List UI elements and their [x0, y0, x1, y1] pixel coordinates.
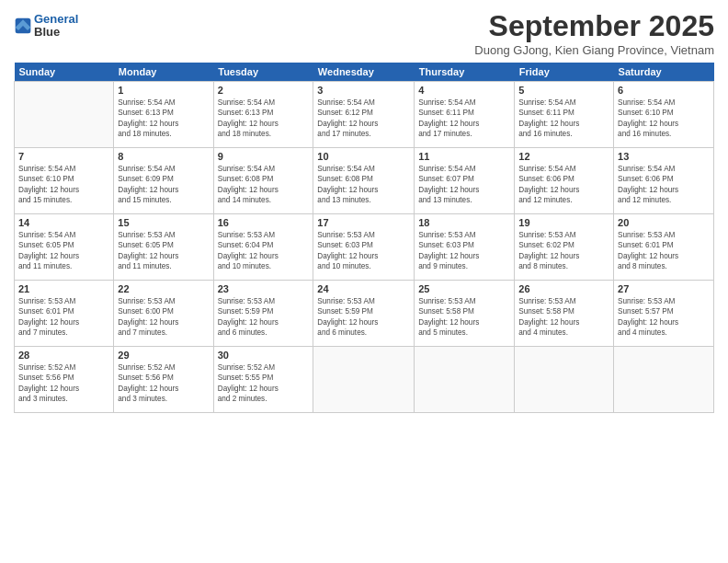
calendar-cell: 24Sunrise: 5:53 AM Sunset: 5:59 PM Dayli… [313, 281, 415, 347]
calendar-cell: 22Sunrise: 5:53 AM Sunset: 6:00 PM Dayli… [114, 281, 213, 347]
calendar-cell: 21Sunrise: 5:53 AM Sunset: 6:01 PM Dayli… [15, 281, 114, 347]
week-row: 7Sunrise: 5:54 AM Sunset: 6:10 PM Daylig… [15, 148, 714, 214]
day-number: 27 [618, 283, 710, 294]
day-number: 14 [18, 217, 109, 228]
calendar-cell: 20Sunrise: 5:53 AM Sunset: 6:01 PM Dayli… [614, 214, 714, 281]
calendar-cell: 7Sunrise: 5:54 AM Sunset: 6:10 PM Daylig… [15, 148, 114, 214]
week-row: 21Sunrise: 5:53 AM Sunset: 6:01 PM Dayli… [15, 281, 714, 347]
calendar-cell: 25Sunrise: 5:53 AM Sunset: 5:58 PM Dayli… [415, 281, 515, 347]
day-number: 18 [418, 217, 510, 228]
day-number: 1 [118, 85, 209, 96]
calendar-cell: 27Sunrise: 5:53 AM Sunset: 5:57 PM Dayli… [614, 281, 714, 347]
day-info: Sunrise: 5:53 AM Sunset: 5:59 PM Dayligh… [218, 296, 310, 339]
day-info: Sunrise: 5:54 AM Sunset: 6:11 PM Dayligh… [418, 98, 510, 140]
calendar-cell: 26Sunrise: 5:53 AM Sunset: 5:58 PM Dayli… [515, 281, 614, 347]
calendar-cell: 19Sunrise: 5:53 AM Sunset: 6:02 PM Dayli… [515, 214, 614, 281]
calendar-header: SundayMondayTuesdayWednesdayThursdayFrid… [15, 63, 714, 82]
calendar-cell: 17Sunrise: 5:53 AM Sunset: 6:03 PM Dayli… [313, 214, 415, 281]
day-info: Sunrise: 5:53 AM Sunset: 6:00 PM Dayligh… [118, 296, 209, 339]
day-info: Sunrise: 5:54 AM Sunset: 6:07 PM Dayligh… [418, 164, 510, 206]
day-number: 20 [618, 217, 710, 228]
calendar-cell: 11Sunrise: 5:54 AM Sunset: 6:07 PM Dayli… [415, 148, 515, 214]
calendar-cell: 30Sunrise: 5:52 AM Sunset: 5:55 PM Dayli… [213, 347, 313, 413]
day-number: 17 [317, 217, 410, 228]
calendar-cell: 18Sunrise: 5:53 AM Sunset: 6:03 PM Dayli… [415, 214, 515, 281]
calendar-cell: 3Sunrise: 5:54 AM Sunset: 6:12 PM Daylig… [313, 82, 415, 148]
day-header-friday: Friday [515, 63, 614, 82]
calendar-cell: 15Sunrise: 5:53 AM Sunset: 6:05 PM Dayli… [114, 214, 213, 281]
day-info: Sunrise: 5:54 AM Sunset: 6:10 PM Dayligh… [18, 164, 109, 206]
day-number: 15 [118, 217, 209, 228]
day-number: 30 [218, 350, 310, 361]
calendar-cell: 6Sunrise: 5:54 AM Sunset: 6:10 PM Daylig… [614, 82, 714, 148]
day-header-saturday: Saturday [614, 63, 714, 82]
calendar-cell [415, 347, 515, 413]
calendar-cell: 16Sunrise: 5:53 AM Sunset: 6:04 PM Dayli… [213, 214, 313, 281]
month-title: September 2025 [474, 9, 714, 43]
calendar-cell: 12Sunrise: 5:54 AM Sunset: 6:06 PM Dayli… [515, 148, 614, 214]
day-info: Sunrise: 5:54 AM Sunset: 6:06 PM Dayligh… [518, 164, 609, 206]
day-number: 12 [518, 151, 609, 162]
day-header-thursday: Thursday [415, 63, 515, 82]
day-number: 22 [118, 283, 209, 294]
day-info: Sunrise: 5:53 AM Sunset: 6:03 PM Dayligh… [317, 230, 410, 272]
day-number: 28 [18, 350, 109, 361]
calendar-cell: 29Sunrise: 5:52 AM Sunset: 5:56 PM Dayli… [114, 347, 213, 413]
calendar-cell [515, 347, 614, 413]
calendar-cell [614, 347, 714, 413]
day-info: Sunrise: 5:54 AM Sunset: 6:05 PM Dayligh… [18, 230, 109, 272]
day-number: 29 [118, 350, 209, 361]
day-info: Sunrise: 5:54 AM Sunset: 6:08 PM Dayligh… [317, 164, 410, 206]
day-number: 10 [317, 151, 410, 162]
day-header-wednesday: Wednesday [313, 63, 415, 82]
day-number: 11 [418, 151, 510, 162]
day-number: 2 [218, 85, 310, 96]
day-info: Sunrise: 5:52 AM Sunset: 5:55 PM Dayligh… [218, 362, 310, 405]
day-info: Sunrise: 5:53 AM Sunset: 5:59 PM Dayligh… [317, 296, 410, 339]
day-info: Sunrise: 5:54 AM Sunset: 6:09 PM Dayligh… [118, 164, 209, 206]
day-number: 23 [218, 283, 310, 294]
day-info: Sunrise: 5:54 AM Sunset: 6:12 PM Dayligh… [317, 98, 410, 140]
day-number: 24 [317, 283, 410, 294]
day-number: 21 [18, 283, 109, 294]
day-number: 3 [317, 85, 410, 96]
day-info: Sunrise: 5:53 AM Sunset: 6:01 PM Dayligh… [618, 230, 710, 272]
week-row: 28Sunrise: 5:52 AM Sunset: 5:56 PM Dayli… [15, 347, 714, 413]
day-info: Sunrise: 5:53 AM Sunset: 5:57 PM Dayligh… [618, 296, 710, 339]
day-info: Sunrise: 5:54 AM Sunset: 6:13 PM Dayligh… [118, 98, 209, 140]
day-info: Sunrise: 5:54 AM Sunset: 6:11 PM Dayligh… [518, 98, 609, 140]
day-info: Sunrise: 5:54 AM Sunset: 6:08 PM Dayligh… [218, 164, 310, 206]
day-number: 16 [218, 217, 310, 228]
calendar-cell: 2Sunrise: 5:54 AM Sunset: 6:13 PM Daylig… [213, 82, 313, 148]
day-info: Sunrise: 5:54 AM Sunset: 6:06 PM Dayligh… [618, 164, 710, 206]
calendar-cell: 8Sunrise: 5:54 AM Sunset: 6:09 PM Daylig… [114, 148, 213, 214]
calendar-cell: 5Sunrise: 5:54 AM Sunset: 6:11 PM Daylig… [515, 82, 614, 148]
day-info: Sunrise: 5:54 AM Sunset: 6:13 PM Dayligh… [218, 98, 310, 140]
week-row: 1Sunrise: 5:54 AM Sunset: 6:13 PM Daylig… [15, 82, 714, 148]
calendar-cell [15, 82, 114, 148]
calendar-cell: 4Sunrise: 5:54 AM Sunset: 6:11 PM Daylig… [415, 82, 515, 148]
calendar-cell: 23Sunrise: 5:53 AM Sunset: 5:59 PM Dayli… [213, 281, 313, 347]
calendar-cell: 13Sunrise: 5:54 AM Sunset: 6:06 PM Dayli… [614, 148, 714, 214]
calendar-cell: 14Sunrise: 5:54 AM Sunset: 6:05 PM Dayli… [15, 214, 114, 281]
day-number: 25 [418, 283, 510, 294]
day-number: 8 [118, 151, 209, 162]
day-info: Sunrise: 5:53 AM Sunset: 6:04 PM Dayligh… [218, 230, 310, 272]
subtitle: Duong GJong, Kien Giang Province, Vietna… [474, 43, 714, 57]
logo: General Blue [14, 13, 78, 40]
day-number: 26 [518, 283, 609, 294]
calendar-cell: 9Sunrise: 5:54 AM Sunset: 6:08 PM Daylig… [213, 148, 313, 214]
logo-text: General Blue [34, 13, 78, 40]
calendar-cell: 28Sunrise: 5:52 AM Sunset: 5:56 PM Dayli… [15, 347, 114, 413]
day-info: Sunrise: 5:53 AM Sunset: 5:58 PM Dayligh… [518, 296, 609, 339]
calendar-cell [313, 347, 415, 413]
day-info: Sunrise: 5:54 AM Sunset: 6:10 PM Dayligh… [618, 98, 710, 140]
day-info: Sunrise: 5:53 AM Sunset: 5:58 PM Dayligh… [418, 296, 510, 339]
calendar-cell: 10Sunrise: 5:54 AM Sunset: 6:08 PM Dayli… [313, 148, 415, 214]
day-info: Sunrise: 5:52 AM Sunset: 5:56 PM Dayligh… [118, 362, 209, 405]
day-info: Sunrise: 5:53 AM Sunset: 6:03 PM Dayligh… [418, 230, 510, 272]
week-row: 14Sunrise: 5:54 AM Sunset: 6:05 PM Dayli… [15, 214, 714, 281]
day-number: 7 [18, 151, 109, 162]
day-header-tuesday: Tuesday [213, 63, 313, 82]
day-header-sunday: Sunday [15, 63, 114, 82]
